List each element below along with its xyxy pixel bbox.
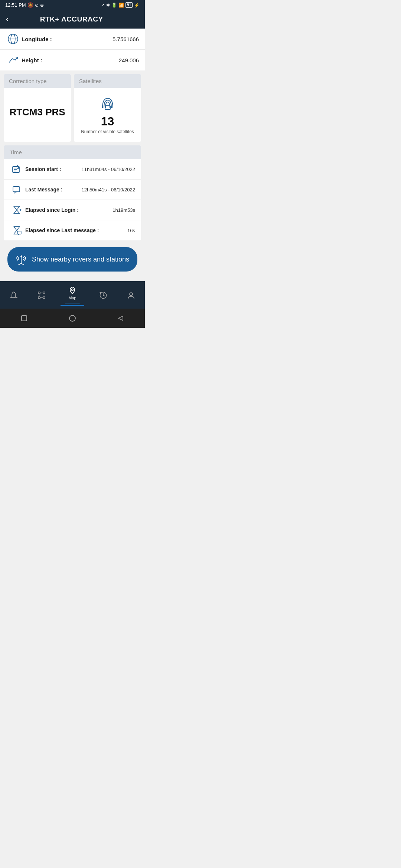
longitude-label: Longitude : <box>20 36 113 42</box>
last-message-label: Last Message : <box>24 187 81 193</box>
height-row: Height : 249.006 <box>0 50 145 70</box>
bottom-nav: Map <box>0 281 145 309</box>
map-label: Map <box>68 296 76 300</box>
satellites-header: Satellites <box>74 74 141 88</box>
session-start-icon <box>10 164 24 174</box>
satellites-body: 13 Number of visible satellites <box>74 88 141 142</box>
elapsed-login-value: 1h19m53s <box>113 207 135 213</box>
time-display: 12:51 PM <box>5 2 26 8</box>
satellite-count: 13 <box>101 115 114 128</box>
time-card: Time Session start : 11h31m04s - 06/10/2… <box>4 145 141 240</box>
elapsed-login-label: Elapsed since Login : <box>24 207 113 213</box>
status-time: 12:51 PM 🔕 ⊙ ⊚ <box>5 2 44 8</box>
satellite-label: Number of visible satellites <box>81 129 134 134</box>
svg-rect-9 <box>13 187 20 192</box>
show-nearby-icon <box>16 254 27 265</box>
session-start-label: Session start : <box>24 166 81 172</box>
height-value: 249.006 <box>119 57 139 63</box>
correction-type-body: RTCM3 PRS <box>4 88 71 136</box>
sys-home-button[interactable] <box>61 312 84 324</box>
coordinates-card: Longitude : 5.7561666 Height : 249.006 <box>0 29 145 70</box>
svg-rect-33 <box>22 316 27 321</box>
longitude-icon <box>6 34 20 44</box>
nav-nodes[interactable] <box>33 290 50 301</box>
svg-point-30 <box>71 289 73 291</box>
main-content: Longitude : 5.7561666 Height : 249.006 C… <box>0 29 145 281</box>
svg-point-21 <box>20 256 22 257</box>
correction-type-card: Correction type RTCM3 PRS <box>4 74 71 142</box>
map-icon <box>68 286 76 295</box>
sys-back-button[interactable] <box>110 312 132 324</box>
session-start-row: Session start : 11h31m04s - 06/10/2022 <box>4 159 141 180</box>
bluetooth-icon: ✱ <box>106 3 110 8</box>
svg-rect-25 <box>43 297 45 299</box>
header: ‹ RTK+ ACCURACY <box>0 10 145 29</box>
profile-icon <box>127 291 135 299</box>
time-header: Time <box>4 145 141 159</box>
svg-point-32 <box>130 293 133 296</box>
nav-profile[interactable] <box>123 290 140 301</box>
svg-point-34 <box>69 315 75 321</box>
svg-rect-17 <box>17 231 21 234</box>
satellite-icon <box>99 95 117 111</box>
svg-marker-10 <box>14 206 20 214</box>
elapsed-last-msg-icon <box>10 226 24 235</box>
elapsed-login-icon <box>10 205 24 215</box>
svg-rect-22 <box>38 292 40 294</box>
correction-type-value: RTCM3 PRS <box>9 106 65 118</box>
bell-icon <box>10 291 18 299</box>
battery-level: 91 <box>125 2 133 8</box>
svg-line-20 <box>21 263 24 265</box>
nodes-icon <box>38 291 46 299</box>
svg-rect-24 <box>38 297 40 299</box>
elapsed-last-msg-value: 16s <box>127 228 135 233</box>
elapsed-login-row: Elapsed since Login : 1h19m53s <box>4 200 141 220</box>
wifi-icon: 📶 <box>118 3 124 8</box>
status-icons: ↗ ✱ 🔋 📶 91 ⚡ <box>101 2 140 8</box>
status-bar: 12:51 PM 🔕 ⊙ ⊚ ↗ ✱ 🔋 📶 91 ⚡ <box>0 0 145 10</box>
elapsed-last-msg-row: Elapsed since Last message : 16s <box>4 220 141 240</box>
longitude-value: 5.7561666 <box>113 36 139 42</box>
history-icon <box>99 291 107 299</box>
battery-alert-icon: 🔋 <box>111 3 117 8</box>
satellites-card: Satellites 13 Number of visible satellit… <box>74 74 141 142</box>
last-message-value: 12h50m41s - 06/10/2022 <box>81 187 135 193</box>
gps-icon: ↗ <box>101 3 105 8</box>
height-label: Height : <box>20 57 119 63</box>
nav-alerts[interactable] <box>5 290 22 301</box>
show-nearby-button[interactable]: Show nearby rovers and stations <box>7 247 137 272</box>
last-message-row: Last Message : 12h50m41s - 06/10/2022 <box>4 180 141 200</box>
two-col-section: Correction type RTCM3 PRS Satellites <box>4 74 141 142</box>
system-nav <box>0 309 145 328</box>
height-icon <box>6 55 20 65</box>
nav-history[interactable] <box>95 290 112 301</box>
svg-rect-23 <box>43 292 45 294</box>
svg-marker-35 <box>118 316 123 320</box>
back-button[interactable]: ‹ <box>6 14 9 24</box>
session-start-value: 11h31m04s - 06/10/2022 <box>81 167 135 172</box>
nav-map[interactable]: Map <box>61 285 84 306</box>
charging-icon: ⚡ <box>134 3 140 8</box>
elapsed-last-msg-label: Elapsed since Last message : <box>24 227 127 233</box>
correction-type-header: Correction type <box>4 74 71 88</box>
show-nearby-label: Show nearby rovers and stations <box>32 256 129 263</box>
last-message-icon <box>10 185 24 194</box>
mute-icon: 🔕 <box>27 2 33 8</box>
sys-square-button[interactable] <box>13 312 35 324</box>
longitude-row: Longitude : 5.7561666 <box>0 29 145 50</box>
record-icon: ⊚ <box>40 3 44 8</box>
page-title: RTK+ ACCURACY <box>13 15 130 23</box>
location-icon: ⊙ <box>35 3 39 8</box>
svg-line-19 <box>19 263 21 265</box>
